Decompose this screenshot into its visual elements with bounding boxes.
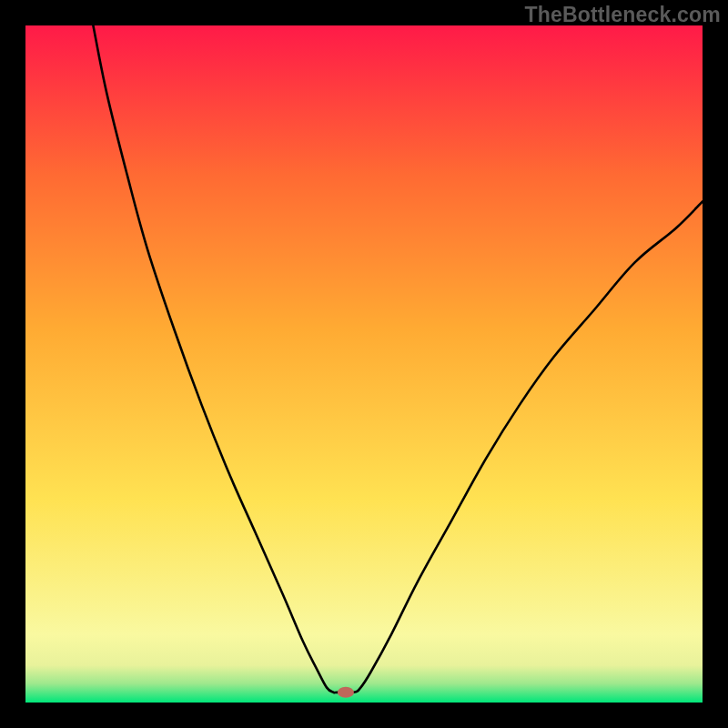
bottleneck-chart bbox=[0, 0, 728, 728]
minimum-marker bbox=[338, 687, 354, 698]
chart-container: TheBottleneck.com bbox=[0, 0, 728, 728]
plot-background bbox=[25, 25, 703, 703]
watermark: TheBottleneck.com bbox=[524, 3, 721, 27]
